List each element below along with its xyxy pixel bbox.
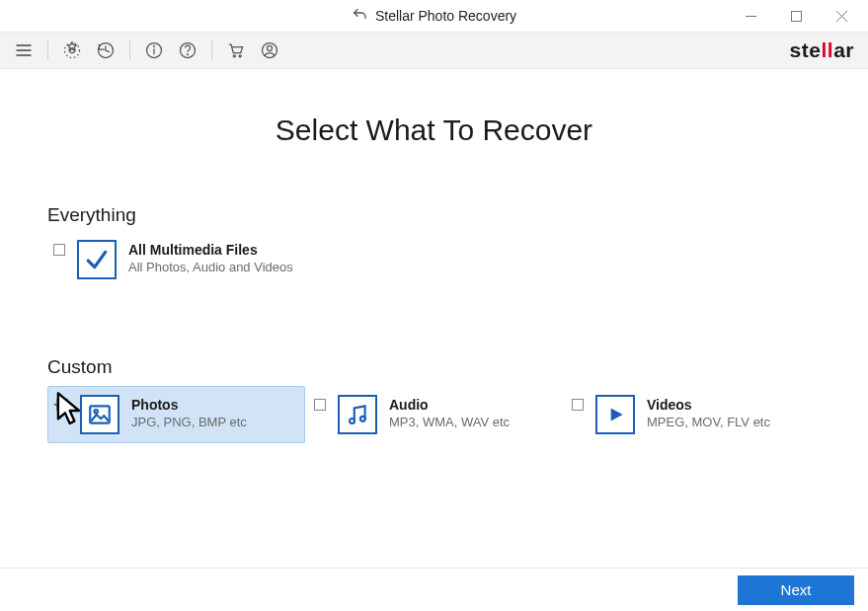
section-heading-custom: Custom (47, 356, 821, 378)
separator (211, 40, 212, 60)
option-photos[interactable]: Photos JPG, PNG, BMP etc (47, 386, 305, 443)
brand-logo: stellar (790, 38, 854, 62)
option-all-multimedia[interactable]: All Multimedia Files All Photos, Audio a… (47, 234, 821, 285)
window-maximize[interactable] (773, 1, 819, 31)
page-title: Select What To Recover (47, 114, 821, 147)
gear-icon[interactable] (62, 40, 82, 60)
section-custom: Custom Photos JPG, PNG, BMP etc (47, 356, 821, 443)
window-minimize[interactable] (728, 1, 773, 31)
history-icon[interactable] (96, 40, 116, 60)
option-title: Audio (389, 397, 510, 414)
svg-rect-19 (90, 406, 110, 422)
svg-marker-23 (611, 409, 623, 421)
toolbar: stellar (0, 32, 868, 69)
checkbox-all-multimedia[interactable] (53, 244, 65, 256)
option-audio[interactable]: Audio MP3, WMA, WAV etc (305, 386, 563, 443)
svg-rect-1 (791, 11, 801, 21)
window-title: Stellar Photo Recovery (375, 8, 516, 24)
play-icon (595, 395, 635, 434)
svg-point-20 (94, 410, 97, 413)
checkbox-videos[interactable] (572, 399, 584, 411)
option-title: Photos (131, 397, 247, 414)
info-icon[interactable] (144, 40, 164, 60)
hamburger-icon[interactable] (14, 40, 34, 60)
photo-icon (80, 395, 119, 434)
footer: Next (0, 568, 868, 611)
music-note-icon (338, 395, 377, 434)
titlebar: Stellar Photo Recovery (0, 0, 868, 32)
option-title: All Multimedia Files (128, 242, 293, 259)
next-button[interactable]: Next (738, 575, 854, 605)
svg-point-8 (65, 43, 80, 58)
back-arrow-icon (352, 7, 367, 26)
svg-point-16 (239, 55, 241, 57)
cart-icon[interactable] (226, 40, 246, 60)
option-sub: All Photos, Audio and Videos (128, 260, 293, 275)
section-everything: Everything All Multimedia Files All Phot… (47, 204, 821, 285)
svg-point-21 (350, 419, 355, 423)
section-heading-everything: Everything (47, 204, 821, 226)
option-title: Videos (647, 397, 770, 414)
checkbox-audio[interactable] (314, 399, 326, 411)
check-box-large-icon (77, 240, 117, 279)
svg-point-22 (360, 417, 365, 421)
option-sub: JPG, PNG, BMP etc (131, 415, 247, 430)
user-icon[interactable] (260, 40, 279, 60)
svg-point-12 (154, 45, 155, 46)
window-close[interactable] (819, 1, 864, 31)
option-videos[interactable]: Videos MPEG, MOV, FLV etc (563, 386, 821, 443)
separator (129, 40, 130, 60)
svg-point-18 (268, 45, 273, 50)
svg-point-15 (233, 55, 235, 57)
separator (47, 40, 48, 60)
svg-point-14 (188, 54, 189, 55)
option-sub: MPEG, MOV, FLV etc (647, 415, 770, 430)
checkbox-photos[interactable] (56, 399, 68, 411)
help-icon[interactable] (178, 40, 197, 60)
main-content: Select What To Recover Everything All Mu… (0, 69, 868, 443)
option-sub: MP3, WMA, WAV etc (389, 415, 510, 430)
